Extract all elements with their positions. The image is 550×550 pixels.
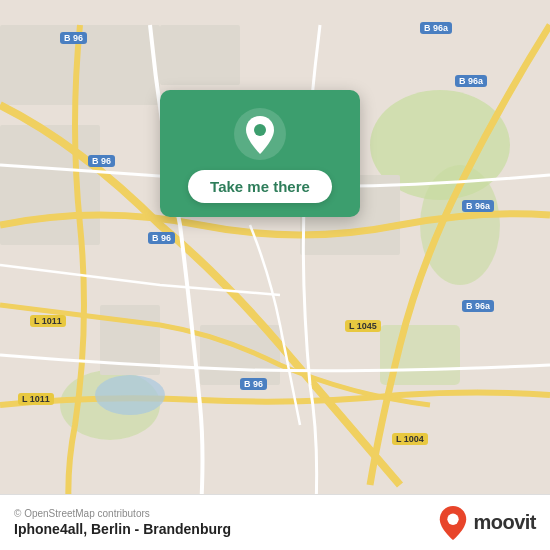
take-me-there-button[interactable]: Take me there [188,170,332,203]
map-container: B 96 B 96a B 96a B 96a B 96a B 96 B 96 B… [0,0,550,550]
svg-point-13 [254,124,266,136]
road-badge-l1045: L 1045 [345,320,381,332]
road-badge-l1004: L 1004 [392,433,428,445]
svg-point-14 [448,513,459,524]
road-badge-b96a-tr2: B 96a [455,75,487,87]
moovit-brand-text: moovit [473,511,536,534]
bottom-bar: © OpenStreetMap contributors Iphone4all,… [0,494,550,550]
location-name: Iphone4all, Berlin - Brandenburg [14,521,231,537]
svg-rect-6 [0,125,100,245]
road-badge-l1011-b: L 1011 [18,393,54,405]
road-badge-b96-bc: B 96 [240,378,267,390]
road-badge-b96-mc: B 96 [148,232,175,244]
svg-rect-7 [160,25,240,85]
moovit-pin-icon [439,506,467,540]
road-badge-b96a-mr: B 96a [462,200,494,212]
road-badge-b96-ml: B 96 [88,155,115,167]
road-badge-b96-tl: B 96 [60,32,87,44]
copyright-text: © OpenStreetMap contributors [14,508,231,519]
road-badge-b96a-br: B 96a [462,300,494,312]
bottom-left-info: © OpenStreetMap contributors Iphone4all,… [14,508,231,537]
moovit-logo: moovit [439,506,536,540]
navigation-card: Take me there [160,90,360,217]
svg-point-11 [95,375,165,415]
road-badge-l1011-m: L 1011 [30,315,66,327]
location-pin-icon [234,108,286,160]
road-badge-b96a-tr1: B 96a [420,22,452,34]
